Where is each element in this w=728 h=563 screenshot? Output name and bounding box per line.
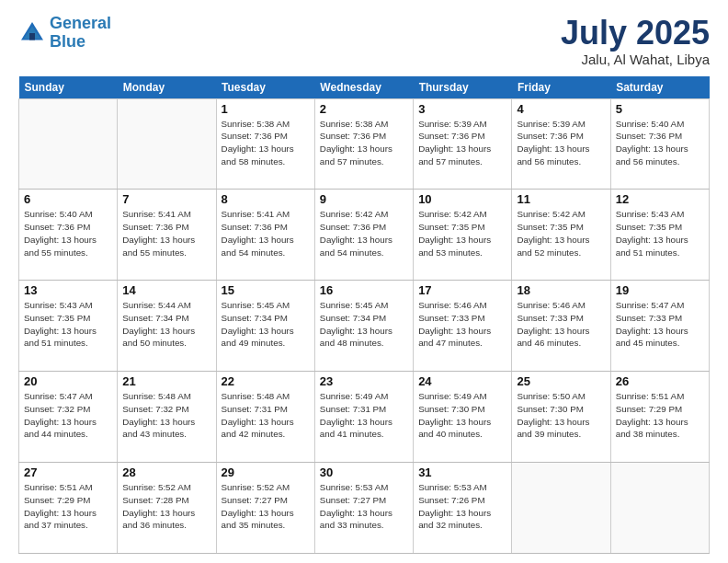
day-cell: 21Sunrise: 5:48 AM Sunset: 7:32 PM Dayli… <box>118 372 216 463</box>
day-info: Sunrise: 5:38 AM Sunset: 7:36 PM Dayligh… <box>320 118 408 168</box>
day-info: Sunrise: 5:41 AM Sunset: 7:36 PM Dayligh… <box>122 208 210 259</box>
day-number: 9 <box>320 192 408 206</box>
day-info: Sunrise: 5:43 AM Sunset: 7:35 PM Dayligh… <box>24 299 112 350</box>
day-cell: 9Sunrise: 5:42 AM Sunset: 7:36 PM Daylig… <box>314 190 413 281</box>
day-info: Sunrise: 5:47 AM Sunset: 7:32 PM Dayligh… <box>24 390 112 441</box>
day-number: 6 <box>24 192 112 206</box>
day-cell: 22Sunrise: 5:48 AM Sunset: 7:31 PM Dayli… <box>216 372 314 463</box>
day-cell: 29Sunrise: 5:52 AM Sunset: 7:27 PM Dayli… <box>216 463 314 554</box>
day-number: 23 <box>320 374 408 388</box>
day-info: Sunrise: 5:52 AM Sunset: 7:27 PM Dayligh… <box>222 481 310 532</box>
day-number: 17 <box>418 283 506 297</box>
day-number: 29 <box>222 465 310 479</box>
day-number: 14 <box>122 283 210 297</box>
location: Jalu, Al Wahat, Libya <box>561 52 710 67</box>
col-header-tuesday: Tuesday <box>216 76 314 99</box>
col-header-saturday: Saturday <box>610 76 709 99</box>
day-info: Sunrise: 5:45 AM Sunset: 7:34 PM Dayligh… <box>222 299 310 350</box>
day-cell: 7Sunrise: 5:41 AM Sunset: 7:36 PM Daylig… <box>118 190 216 281</box>
week-row-2: 6Sunrise: 5:40 AM Sunset: 7:36 PM Daylig… <box>19 190 710 281</box>
day-info: Sunrise: 5:38 AM Sunset: 7:36 PM Dayligh… <box>222 118 310 168</box>
day-cell: 16Sunrise: 5:45 AM Sunset: 7:34 PM Dayli… <box>314 281 413 372</box>
week-row-1: 1Sunrise: 5:38 AM Sunset: 7:36 PM Daylig… <box>19 98 710 190</box>
day-cell: 26Sunrise: 5:51 AM Sunset: 7:29 PM Dayli… <box>610 372 709 463</box>
calendar-header-row: SundayMondayTuesdayWednesdayThursdayFrid… <box>19 76 710 99</box>
day-number: 21 <box>122 374 210 388</box>
week-row-4: 20Sunrise: 5:47 AM Sunset: 7:32 PM Dayli… <box>19 372 710 463</box>
day-cell: 12Sunrise: 5:43 AM Sunset: 7:35 PM Dayli… <box>610 190 709 281</box>
day-number: 3 <box>418 102 506 116</box>
day-info: Sunrise: 5:46 AM Sunset: 7:33 PM Dayligh… <box>418 299 506 350</box>
day-number: 22 <box>222 374 310 388</box>
day-cell: 18Sunrise: 5:46 AM Sunset: 7:33 PM Dayli… <box>512 281 610 372</box>
day-cell: 30Sunrise: 5:53 AM Sunset: 7:27 PM Dayli… <box>314 463 413 554</box>
col-header-monday: Monday <box>118 76 216 99</box>
day-info: Sunrise: 5:42 AM Sunset: 7:35 PM Dayligh… <box>418 208 506 259</box>
day-cell <box>512 463 610 554</box>
day-info: Sunrise: 5:49 AM Sunset: 7:30 PM Dayligh… <box>418 390 506 441</box>
day-number: 18 <box>517 283 605 297</box>
day-number: 5 <box>616 102 704 116</box>
day-number: 12 <box>616 192 704 206</box>
day-info: Sunrise: 5:42 AM Sunset: 7:35 PM Dayligh… <box>517 208 605 259</box>
day-number: 30 <box>320 465 408 479</box>
day-info: Sunrise: 5:50 AM Sunset: 7:30 PM Dayligh… <box>517 390 605 441</box>
logo-line1: General <box>50 14 111 32</box>
day-cell: 15Sunrise: 5:45 AM Sunset: 7:34 PM Dayli… <box>216 281 314 372</box>
day-info: Sunrise: 5:53 AM Sunset: 7:27 PM Dayligh… <box>320 481 408 532</box>
day-number: 7 <box>122 192 210 206</box>
day-number: 26 <box>616 374 704 388</box>
day-info: Sunrise: 5:40 AM Sunset: 7:36 PM Dayligh… <box>24 208 112 259</box>
week-row-5: 27Sunrise: 5:51 AM Sunset: 7:29 PM Dayli… <box>19 463 710 554</box>
day-number: 27 <box>24 465 112 479</box>
day-info: Sunrise: 5:40 AM Sunset: 7:36 PM Dayligh… <box>616 118 704 168</box>
day-info: Sunrise: 5:45 AM Sunset: 7:34 PM Dayligh… <box>320 299 408 350</box>
day-cell: 6Sunrise: 5:40 AM Sunset: 7:36 PM Daylig… <box>19 190 118 281</box>
day-cell: 14Sunrise: 5:44 AM Sunset: 7:34 PM Dayli… <box>118 281 216 372</box>
day-number: 10 <box>418 192 506 206</box>
logo-line2: Blue <box>50 32 85 51</box>
day-cell: 28Sunrise: 5:52 AM Sunset: 7:28 PM Dayli… <box>118 463 216 554</box>
day-info: Sunrise: 5:43 AM Sunset: 7:35 PM Dayligh… <box>616 208 704 259</box>
day-cell <box>118 98 216 190</box>
day-info: Sunrise: 5:39 AM Sunset: 7:36 PM Dayligh… <box>418 118 506 168</box>
day-number: 25 <box>517 374 605 388</box>
day-cell: 23Sunrise: 5:49 AM Sunset: 7:31 PM Dayli… <box>314 372 413 463</box>
day-cell: 24Sunrise: 5:49 AM Sunset: 7:30 PM Dayli… <box>414 372 512 463</box>
day-cell: 4Sunrise: 5:39 AM Sunset: 7:36 PM Daylig… <box>512 98 610 190</box>
day-cell: 2Sunrise: 5:38 AM Sunset: 7:36 PM Daylig… <box>314 98 413 190</box>
day-cell <box>19 98 118 190</box>
day-cell: 27Sunrise: 5:51 AM Sunset: 7:29 PM Dayli… <box>19 463 118 554</box>
day-info: Sunrise: 5:44 AM Sunset: 7:34 PM Dayligh… <box>122 299 210 350</box>
day-number: 8 <box>222 192 310 206</box>
col-header-thursday: Thursday <box>414 76 512 99</box>
calendar-table: SundayMondayTuesdayWednesdayThursdayFrid… <box>18 76 710 554</box>
day-cell: 31Sunrise: 5:53 AM Sunset: 7:26 PM Dayli… <box>414 463 512 554</box>
day-info: Sunrise: 5:47 AM Sunset: 7:33 PM Dayligh… <box>616 299 704 350</box>
month-title: July 2025 <box>561 15 710 52</box>
day-number: 28 <box>122 465 210 479</box>
day-info: Sunrise: 5:52 AM Sunset: 7:28 PM Dayligh… <box>122 481 210 532</box>
day-cell <box>610 463 709 554</box>
day-cell: 13Sunrise: 5:43 AM Sunset: 7:35 PM Dayli… <box>19 281 118 372</box>
day-number: 20 <box>24 374 112 388</box>
title-block: July 2025 Jalu, Al Wahat, Libya <box>561 15 710 67</box>
day-number: 11 <box>517 192 605 206</box>
day-cell: 10Sunrise: 5:42 AM Sunset: 7:35 PM Dayli… <box>414 190 512 281</box>
day-info: Sunrise: 5:42 AM Sunset: 7:36 PM Dayligh… <box>320 208 408 259</box>
day-cell: 5Sunrise: 5:40 AM Sunset: 7:36 PM Daylig… <box>610 98 709 190</box>
day-info: Sunrise: 5:51 AM Sunset: 7:29 PM Dayligh… <box>24 481 112 532</box>
day-number: 13 <box>24 283 112 297</box>
day-number: 31 <box>418 465 506 479</box>
day-cell: 25Sunrise: 5:50 AM Sunset: 7:30 PM Dayli… <box>512 372 610 463</box>
day-cell: 20Sunrise: 5:47 AM Sunset: 7:32 PM Dayli… <box>19 372 118 463</box>
day-cell: 17Sunrise: 5:46 AM Sunset: 7:33 PM Dayli… <box>414 281 512 372</box>
header: General Blue July 2025 Jalu, Al Wahat, L… <box>18 15 710 67</box>
day-cell: 1Sunrise: 5:38 AM Sunset: 7:36 PM Daylig… <box>216 98 314 190</box>
day-info: Sunrise: 5:48 AM Sunset: 7:31 PM Dayligh… <box>222 390 310 441</box>
day-info: Sunrise: 5:41 AM Sunset: 7:36 PM Dayligh… <box>222 208 310 259</box>
day-number: 19 <box>616 283 704 297</box>
col-header-friday: Friday <box>512 76 610 99</box>
svg-rect-2 <box>29 33 35 40</box>
day-number: 1 <box>222 102 310 116</box>
